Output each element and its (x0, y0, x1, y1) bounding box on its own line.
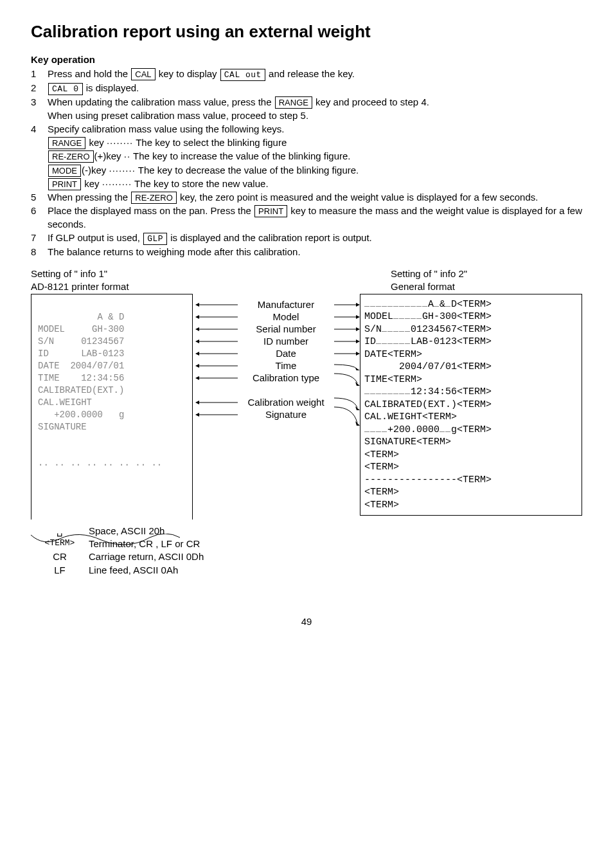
key-rezero: RE-ZERO (131, 192, 177, 204)
text: Press and hold the (48, 68, 130, 79)
printer-output-box: A & D MODEL GH-300 S/N 01234567 ID LAB-0… (31, 294, 193, 520)
svg-marker-1 (195, 303, 199, 307)
label-time: Time (238, 359, 334, 372)
step-num: 8 (31, 246, 48, 258)
text: (+)key (94, 150, 124, 161)
text: is displayed and the calibration report … (170, 232, 372, 243)
text: When updating the calibration mass value… (48, 96, 274, 107)
svg-marker-25 (355, 382, 360, 386)
label-manufacturer: Manufacturer (238, 298, 334, 311)
label-caltype: Calibration type (238, 372, 334, 384)
text: key and proceed to step 4. (315, 96, 429, 107)
dots: ········ (107, 137, 133, 148)
text: The key to store the new value. (132, 178, 268, 189)
serial-output-box: A&D<TERM> MODELGH-300<TERM> S/N01234567<… (360, 294, 582, 516)
text: key (82, 178, 102, 189)
right-format-label: General format (391, 280, 582, 293)
text: key to display (159, 68, 220, 79)
text: The key to select the blinking figure (133, 137, 287, 148)
text: Place the displayed mass on the pan. Pre… (48, 205, 254, 216)
svg-marker-17 (195, 352, 199, 356)
text: If GLP output is used, (48, 232, 143, 243)
dots: ········· (102, 178, 132, 189)
format-diagram: A & D MODEL GH-300 S/N 01234567 ID LAB-0… (31, 294, 582, 520)
step-num: 7 (31, 231, 48, 245)
text: When using preset calibration mass value… (48, 110, 308, 121)
text: and release the key. (269, 68, 355, 79)
step-num: 6 (31, 204, 48, 231)
display-cal0: CAL 0 (48, 83, 83, 95)
step-num: 3 (31, 96, 48, 122)
key-print: PRINT (48, 178, 81, 190)
keyop-heading: Key operation (31, 53, 582, 66)
svg-marker-9 (195, 327, 199, 331)
text: When pressing the (48, 192, 130, 203)
step-num: 5 (31, 191, 48, 204)
svg-marker-31 (355, 421, 360, 426)
key-range: RANGE (275, 96, 312, 109)
label-model: Model (238, 311, 334, 323)
page-number: 49 (31, 615, 582, 628)
key-print: PRINT (254, 205, 287, 217)
dots: ·· (124, 150, 130, 161)
text: key (86, 137, 107, 148)
svg-marker-30 (195, 413, 199, 417)
svg-marker-21 (195, 364, 199, 368)
label-calweight: Calibration weight (238, 396, 334, 409)
key-range: RANGE (48, 137, 85, 149)
label-id: ID number (238, 335, 334, 348)
key-rezero: RE-ZERO (48, 150, 94, 163)
field-labels: Manufacturer Model Serial number ID numb… (193, 294, 360, 421)
steps-list: 1 Press and hold the CAL key to display … (31, 68, 582, 258)
left-setting-label: Setting of " info 1" (31, 267, 224, 280)
page-title: Calibration report using an external wei… (31, 21, 582, 43)
svg-marker-5 (195, 315, 199, 319)
step-num: 1 (31, 68, 48, 81)
left-format-label: AD-8121 printer format (31, 280, 224, 293)
svg-marker-27 (195, 401, 199, 404)
label-signature: Signature (238, 408, 334, 421)
step-num: 4 (31, 123, 48, 190)
key-cal: CAL (131, 68, 155, 80)
svg-marker-24 (195, 376, 199, 380)
text: is displayed. (86, 82, 139, 93)
text: key, the zero point is measured and the … (180, 192, 538, 203)
text: The balance returns to weighing mode aft… (48, 246, 301, 257)
text: Specify calibration mass value using the… (48, 123, 285, 134)
display-calout: CAL out (220, 69, 265, 81)
text: (-)key (82, 165, 109, 176)
key-mode: MODE (48, 165, 81, 177)
right-setting-label: Setting of " info 2" (391, 267, 582, 280)
label-date: Date (238, 347, 334, 360)
svg-marker-13 (195, 339, 199, 343)
display-glp: GLP (143, 233, 167, 245)
text: The key to decrease the value of the bli… (136, 165, 359, 176)
text: The key to increase the value of the bli… (130, 150, 350, 161)
step-num: 2 (31, 82, 48, 95)
label-serial: Serial number (238, 323, 334, 336)
dots: ········ (109, 165, 136, 176)
